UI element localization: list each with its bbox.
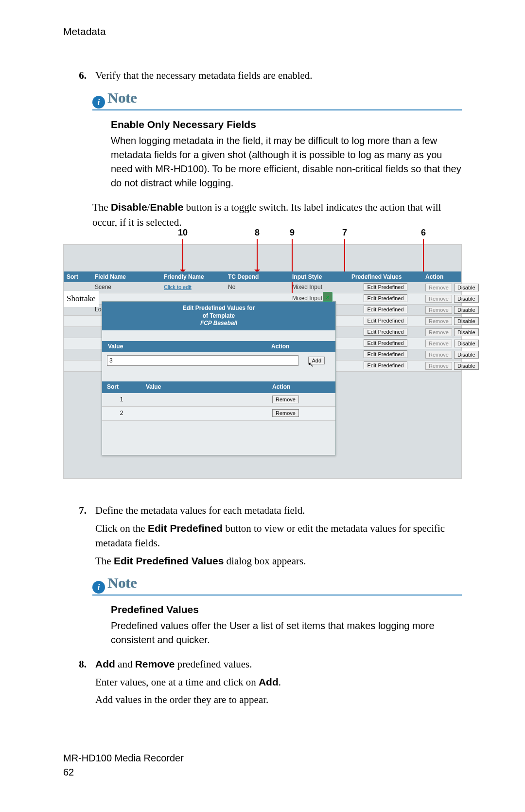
edit-predefined-button[interactable]: Edit Predefined [364, 283, 407, 291]
col-field-name[interactable]: Field Name [92, 271, 161, 282]
step-7-line2: Click on the Edit Predefined button to v… [95, 521, 462, 551]
remove-button[interactable]: Remove [425, 306, 452, 314]
popup-action-header-2: Action [267, 381, 335, 393]
note-block-1: i Note Enable Only Necessary Fields When… [92, 92, 462, 190]
text: and [115, 658, 135, 670]
footer-page-number: 62 [63, 765, 462, 779]
edit-predefined-button[interactable]: Edit Predefined [364, 294, 407, 302]
edit-predefined-button[interactable]: Edit Predefined [364, 317, 407, 325]
field-name-cell: Scene [92, 283, 161, 291]
text: The [92, 201, 111, 213]
info-icon: i [92, 581, 105, 594]
text: Enter values, one at a time and click on [95, 676, 259, 688]
popup-value-header-2: Value [141, 381, 267, 393]
disable-button[interactable]: Disable [454, 306, 479, 314]
remove-button[interactable]: Remove [272, 409, 299, 417]
disable-button[interactable]: Disable [454, 328, 479, 336]
disable-button[interactable]: Disable [454, 284, 479, 291]
col-tc-depend[interactable]: TC Depend [225, 271, 289, 282]
popup-title-line1: Edit Predefined Values for [183, 305, 255, 311]
col-sort[interactable]: Sort [64, 271, 92, 282]
note-label: Note [108, 87, 137, 108]
disable-enable-paragraph: The Disable/Enable button is a toggle sw… [92, 200, 462, 230]
sort-cell: 2 [102, 407, 141, 420]
col-predefined-values[interactable]: Predefined Values [349, 271, 422, 282]
step-8-line1: Add and Remove predefined values. [95, 657, 462, 671]
metadata-grid-figure: 10 8 9 7 6 Sort Field Name Friendly Name… [63, 244, 462, 479]
popup-title-line3: FCP Baseball [105, 320, 332, 327]
note-label: Note [108, 572, 137, 594]
col-input-style[interactable]: Input Style [289, 271, 349, 282]
info-icon: i [92, 96, 105, 108]
step-7-number: 7. [63, 503, 95, 568]
friendly-name-cell[interactable]: Click to edit [161, 284, 225, 291]
text: The [95, 555, 114, 567]
add-button[interactable]: Add [308, 357, 325, 364]
col-friendly-name[interactable]: Friendly Name [161, 271, 225, 282]
shottake-label: Shottake [64, 291, 99, 307]
edit-predefined-button[interactable]: Edit Predefined [364, 328, 407, 336]
text: dialog box appears. [224, 555, 306, 567]
remove-button[interactable]: Remove [425, 328, 452, 336]
popup-sort-header: Sort [102, 381, 141, 393]
edit-predefined-button[interactable]: Edit Predefined [364, 361, 407, 369]
disable-label: Disable [111, 201, 147, 213]
remove-button[interactable]: Remove [425, 284, 452, 291]
remove-button[interactable]: Remove [425, 362, 452, 370]
remove-button[interactable]: Remove [425, 295, 452, 303]
note-2-body: Predefined values offer the User a list … [111, 620, 435, 645]
table-row: SceneClick to editNoMixed InputEdit Pred… [64, 282, 461, 293]
disable-button[interactable]: Disable [454, 317, 479, 325]
callout-6: 6 [421, 226, 426, 239]
remove-button[interactable]: Remove [272, 396, 299, 403]
popup-close-icon[interactable]: × [323, 292, 332, 302]
input-style-cell: Mixed Input [289, 283, 349, 291]
note-2-title: Predefined Values [111, 602, 462, 617]
callout-8: 8 [255, 226, 260, 239]
step-8-number: 8. [63, 657, 95, 707]
note-1-title: Enable Only Necessary Fields [111, 117, 462, 132]
remove-button[interactable]: Remove [425, 317, 452, 325]
remove-bold: Remove [135, 658, 175, 669]
remove-button[interactable]: Remove [425, 351, 452, 359]
callout-10: 10 [178, 226, 188, 239]
predefined-value-row: 1Remove [102, 393, 335, 407]
page-header: Metadata [63, 24, 462, 39]
footer-title: MR-HD100 Media Recorder [63, 751, 462, 765]
step-7-line3: The Edit Predefined Values dialog box ap… [95, 554, 462, 568]
edit-predefined-button[interactable]: Edit Predefined [364, 306, 407, 313]
tc-depend-cell: No [225, 283, 289, 291]
disable-button[interactable]: Disable [454, 362, 479, 370]
arrow-icon [257, 239, 258, 275]
enable-label: Enable [150, 201, 183, 213]
popup-title-line2: of Template [203, 312, 235, 319]
disable-button[interactable]: Disable [454, 295, 479, 303]
popup-action-header: Action [265, 341, 335, 352]
col-action[interactable]: Action [422, 271, 461, 282]
callout-9: 9 [290, 226, 295, 239]
disable-button[interactable]: Disable [454, 351, 479, 359]
add-bold: Add [259, 676, 279, 687]
edit-predefined-button[interactable]: Edit Predefined [364, 339, 407, 347]
text: predefined values. [175, 658, 252, 670]
predefined-value-row: 2Remove [102, 407, 335, 420]
popup-value-header: Value [102, 341, 265, 352]
step-6-number: 6. [63, 68, 95, 83]
callout-7: 7 [342, 226, 347, 239]
edit-predefined-popup: × Edit Predefined Values for of Template… [102, 301, 336, 455]
step-8-line2: Enter values, one at a time and click on… [95, 675, 462, 689]
grid-header-row: Sort Field Name Friendly Name TC Depend … [64, 271, 461, 282]
edit-predefined-values-bold: Edit Predefined Values [114, 555, 224, 566]
step-6-body: Verify that the necessary metadata field… [95, 68, 462, 83]
edit-predefined-bold: Edit Predefined [148, 523, 223, 534]
arrow-icon [182, 239, 183, 275]
edit-predefined-button[interactable]: Edit Predefined [364, 350, 407, 358]
add-bold: Add [95, 658, 115, 669]
note-block-2: i Note Predefined Values Predefined valu… [92, 577, 462, 647]
remove-button[interactable]: Remove [425, 340, 452, 347]
predefined-value-input[interactable] [107, 355, 298, 366]
text: Click on the [95, 523, 148, 534]
note-1-body: When logging metadata in the field, it m… [111, 135, 461, 188]
sort-cell: 1 [102, 393, 141, 406]
disable-button[interactable]: Disable [454, 340, 479, 347]
